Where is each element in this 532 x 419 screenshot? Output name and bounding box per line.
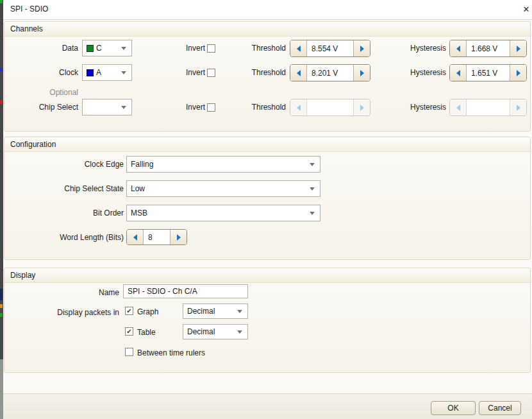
clock-hysteresis-value[interactable]: 1.651 V xyxy=(467,65,510,81)
word-length-spinner: 8 xyxy=(126,229,187,245)
table-format-value: Decimal xyxy=(183,327,215,336)
word-length-label: Word Length (Bits) xyxy=(26,233,124,242)
channel-color-swatch xyxy=(87,69,94,76)
invert-checkbox-data[interactable] xyxy=(207,44,215,53)
channel-color-swatch xyxy=(87,45,94,52)
spin-decrement-button[interactable] xyxy=(290,40,307,56)
chip-select-label: Chip Select xyxy=(18,103,78,112)
between-time-rulers-label: Between time rulers xyxy=(137,348,227,357)
chip-select-state-label: Chip Select State xyxy=(26,184,124,193)
graph-label: Graph xyxy=(137,307,176,316)
hysteresis-label-data: Hysteresis xyxy=(399,44,446,53)
dropdown-arrow-icon xyxy=(310,163,315,166)
clock-edge-value: Falling xyxy=(127,160,153,169)
table-checkbox[interactable]: ✔ xyxy=(125,327,133,336)
clock-channel-value: A xyxy=(94,68,101,77)
data-hysteresis-spinner: 1.668 V xyxy=(449,40,527,57)
chip-select-state-select[interactable]: Low xyxy=(126,180,320,197)
background-speck xyxy=(0,68,3,71)
spin-decrement-button xyxy=(450,99,467,115)
data-threshold-value[interactable]: 8.554 V xyxy=(307,40,353,56)
clock-threshold-spinner: 8.201 V xyxy=(290,64,370,81)
threshold-label-data: Threshold xyxy=(242,44,286,53)
spin-decrement-button[interactable] xyxy=(450,40,467,56)
spin-right-icon xyxy=(517,70,520,76)
graph-format-select[interactable]: Decimal xyxy=(183,304,248,319)
chip-select-state-value: Low xyxy=(127,184,145,193)
chip-select-threshold-spinner xyxy=(290,99,370,116)
spin-increment-button[interactable] xyxy=(170,230,187,244)
chip-select-threshold-value xyxy=(307,99,353,115)
spin-right-icon xyxy=(517,46,520,52)
spin-right-icon xyxy=(177,234,181,241)
table-label: Table xyxy=(137,328,176,337)
clock-edge-select[interactable]: Falling xyxy=(126,156,320,173)
bit-order-value: MSB xyxy=(127,209,147,218)
spin-increment-button[interactable] xyxy=(353,65,370,81)
dropdown-arrow-icon xyxy=(237,330,242,334)
bit-order-select[interactable]: MSB xyxy=(126,205,320,221)
spin-left-icon xyxy=(133,234,137,241)
display-packets-in-label: Display packets in xyxy=(19,308,119,317)
clock-label: Clock xyxy=(18,68,78,77)
ok-button[interactable]: OK xyxy=(431,401,476,415)
dropdown-arrow-icon xyxy=(121,106,126,109)
window-title: SPI - SDIO xyxy=(10,4,48,13)
data-hysteresis-value[interactable]: 1.668 V xyxy=(467,40,510,56)
spin-right-icon xyxy=(360,46,364,52)
spin-increment-button xyxy=(510,99,526,115)
spin-increment-button[interactable] xyxy=(353,40,370,56)
data-channel-select[interactable]: C xyxy=(82,40,132,56)
data-channel-value: C xyxy=(94,44,102,53)
display-group: Display xyxy=(4,268,531,373)
spin-right-icon xyxy=(517,105,520,111)
cancel-button[interactable]: Cancel xyxy=(479,401,521,415)
spin-increment-button[interactable] xyxy=(510,40,526,56)
name-input[interactable] xyxy=(123,284,248,298)
background-speck xyxy=(0,100,3,104)
background-speck xyxy=(0,313,3,317)
spin-left-icon xyxy=(297,70,301,76)
spi-analyzer-settings-dialog: SPI - SDIO ✕ Channels Data C Invert Thre… xyxy=(0,0,532,419)
spin-left-icon xyxy=(297,105,301,111)
invert-checkbox-chip-select[interactable] xyxy=(207,103,215,112)
bit-order-label: Bit Order xyxy=(26,209,124,218)
titlebar[interactable]: SPI - SDIO ✕ xyxy=(3,0,532,19)
spin-decrement-button xyxy=(290,99,307,115)
table-format-select[interactable]: Decimal xyxy=(183,324,248,339)
dropdown-arrow-icon xyxy=(121,47,126,50)
channels-group-header: Channels xyxy=(4,22,530,37)
spin-decrement-button[interactable] xyxy=(127,230,144,244)
word-length-value[interactable]: 8 xyxy=(144,230,170,244)
optional-label: Optional xyxy=(18,88,78,97)
invert-label-chip-select: Invert xyxy=(172,103,205,112)
hysteresis-label-chip-select: Hysteresis xyxy=(399,103,446,112)
invert-label-data: Invert xyxy=(172,44,205,53)
between-time-rulers-checkbox[interactable] xyxy=(125,348,133,356)
data-label: Data xyxy=(18,44,78,53)
dropdown-arrow-icon xyxy=(310,187,315,191)
clock-threshold-value[interactable]: 8.201 V xyxy=(307,65,353,81)
spin-left-icon xyxy=(456,46,460,52)
threshold-label-chip-select: Threshold xyxy=(242,103,286,112)
invert-label-clock: Invert xyxy=(172,68,205,77)
dropdown-arrow-icon xyxy=(121,71,126,74)
graph-format-value: Decimal xyxy=(183,307,215,316)
spin-increment-button[interactable] xyxy=(510,65,526,81)
chip-select-channel-select[interactable] xyxy=(82,99,132,115)
background-speck xyxy=(0,304,3,308)
invert-checkbox-clock[interactable] xyxy=(207,69,215,77)
display-group-header: Display xyxy=(4,268,530,283)
clock-channel-select[interactable]: A xyxy=(82,64,132,81)
spin-left-icon xyxy=(456,70,460,76)
clock-edge-label: Clock Edge xyxy=(26,160,124,169)
data-threshold-spinner: 8.554 V xyxy=(290,40,370,57)
graph-checkbox[interactable]: ✔ xyxy=(125,307,133,315)
background-speck xyxy=(0,0,3,3)
spin-decrement-button[interactable] xyxy=(290,65,307,81)
spin-increment-button xyxy=(353,99,370,115)
spin-right-icon xyxy=(360,70,364,76)
spin-decrement-button[interactable] xyxy=(450,65,467,81)
close-icon[interactable]: ✕ xyxy=(519,3,532,16)
dropdown-arrow-icon xyxy=(237,310,242,313)
